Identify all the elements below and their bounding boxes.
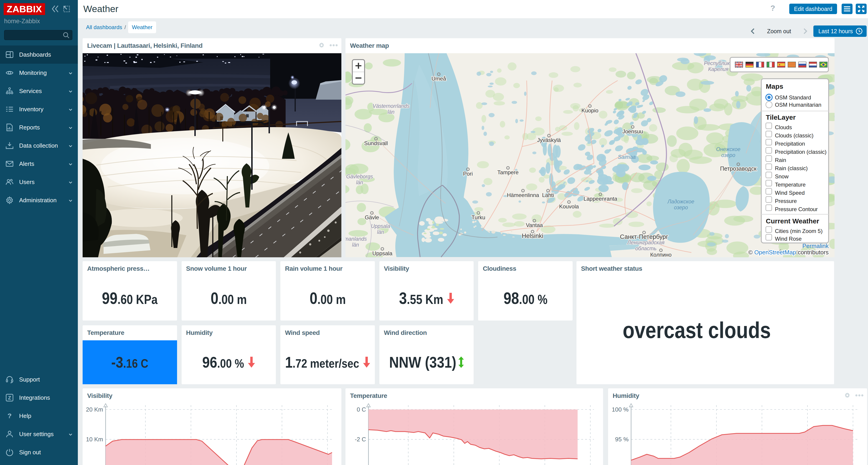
svg-text:län: län xyxy=(388,109,395,115)
svg-text:Ладожское: Ладожское xyxy=(667,199,694,204)
svg-text:Uppsala: Uppsala xyxy=(372,250,393,256)
svg-text:TileLayer: TileLayer xyxy=(766,113,796,121)
svg-text:-2 C: -2 C xyxy=(355,436,366,443)
svg-text:?: ? xyxy=(7,412,11,420)
svg-text:Lappeenranta: Lappeenranta xyxy=(584,196,617,202)
svg-text:Saimaa: Saimaa xyxy=(618,154,636,160)
svg-text:Tampere: Tampere xyxy=(497,169,519,175)
svg-text:Колпино: Колпино xyxy=(650,252,672,257)
svg-text:Hämeenlinna: Hämeenlinna xyxy=(507,192,539,198)
svg-text:100 %: 100 % xyxy=(612,406,628,413)
svg-text:Kouvola: Kouvola xyxy=(559,203,579,209)
svg-text:Z: Z xyxy=(8,395,11,401)
svg-text:Kuopio: Kuopio xyxy=(582,107,598,113)
svg-text:Wind Rose: Wind Rose xyxy=(775,236,802,242)
svg-text:Pressure: Pressure xyxy=(775,198,797,204)
svg-text:20 Km: 20 Km xyxy=(86,406,103,413)
svg-text:Республика: Республика xyxy=(704,60,733,66)
svg-text:озеро: озеро xyxy=(674,204,688,210)
svg-text:län: län xyxy=(352,242,359,248)
svg-text:0 C: 0 C xyxy=(357,406,366,413)
svg-text:Maps: Maps xyxy=(766,82,783,90)
svg-text:Санкт-Петербург: Санкт-Петербург xyxy=(620,233,668,240)
svg-text:Sundsvall: Sundsvall xyxy=(364,140,388,146)
svg-text:озеро: озеро xyxy=(721,152,735,158)
svg-text:Snow: Snow xyxy=(775,173,789,179)
svg-text:Cities (min Zoom 5): Cities (min Zoom 5) xyxy=(775,228,823,234)
svg-text:Västernorrlands: Västernorrlands xyxy=(373,103,410,109)
svg-text:Current Weather: Current Weather xyxy=(766,217,819,225)
svg-text:Clouds (classic): Clouds (classic) xyxy=(775,132,813,138)
svg-text:область: область xyxy=(635,245,657,252)
svg-text:Wind Speed: Wind Speed xyxy=(775,190,805,196)
svg-text:Карелия: Карелия xyxy=(708,66,728,72)
svg-text:95 %: 95 % xyxy=(615,436,628,443)
svg-text:Umeå: Umeå xyxy=(432,75,446,82)
svg-text:Clouds: Clouds xyxy=(775,124,792,130)
svg-text:manlands: manlands xyxy=(345,236,367,242)
svg-text:OSM Standard: OSM Standard xyxy=(775,94,811,101)
svg-text:Turku: Turku xyxy=(471,214,485,221)
svg-text:Петрозаводск: Петрозаводск xyxy=(720,165,757,172)
svg-text:län: län xyxy=(377,229,384,235)
svg-text:Ленинградская: Ленинградская xyxy=(627,239,664,245)
svg-text:Онежское: Онежское xyxy=(716,146,741,152)
svg-text:län: län xyxy=(356,179,363,186)
svg-text:Gävleborgs: Gävleborgs xyxy=(346,174,373,179)
svg-text:Pori: Pori xyxy=(463,171,473,177)
svg-text:Precipitation: Precipitation xyxy=(775,141,805,147)
svg-text:Helsinki: Helsinki xyxy=(522,232,544,239)
svg-text:Precipitation (classic): Precipitation (classic) xyxy=(775,149,827,155)
svg-text:Uppsala: Uppsala xyxy=(371,223,390,229)
svg-text:Jyväskylä: Jyväskylä xyxy=(537,137,561,143)
svg-text:Temperature: Temperature xyxy=(775,181,806,188)
svg-text:Rain: Rain xyxy=(775,157,786,163)
svg-text:Vantaa: Vantaa xyxy=(526,222,543,228)
svg-text:© OpenStreetMap contributors: © OpenStreetMap contributors xyxy=(748,249,829,256)
svg-text:Joensuu: Joensuu xyxy=(622,128,643,134)
svg-text:Lahti: Lahti xyxy=(542,192,554,198)
svg-text:Gävle: Gävle xyxy=(365,214,379,221)
svg-text:Pressure Contour: Pressure Contour xyxy=(775,206,818,212)
svg-text:Rain (classic): Rain (classic) xyxy=(775,165,808,171)
svg-text:OSM Humanitarian: OSM Humanitarian xyxy=(775,102,822,108)
svg-text:10 Km: 10 Km xyxy=(86,436,103,443)
